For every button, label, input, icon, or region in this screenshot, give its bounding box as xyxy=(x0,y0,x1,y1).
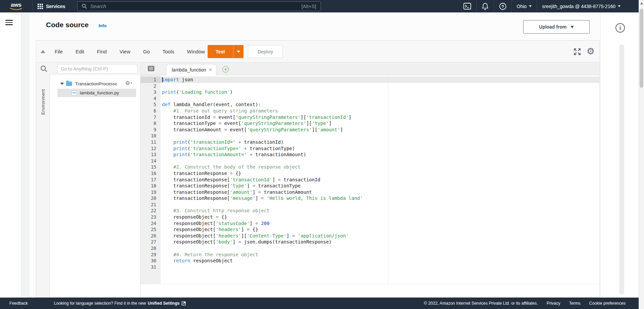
expander-down-icon[interactable] xyxy=(60,83,64,85)
line-number[interactable]: 18 xyxy=(141,183,161,189)
code-line-5[interactable]: def lambda_handler(event, context): xyxy=(161,101,599,108)
collapse-editor-icon[interactable] xyxy=(41,50,45,53)
menu-file[interactable]: File xyxy=(52,47,65,56)
menu-view[interactable]: View xyxy=(117,47,132,56)
line-number[interactable]: 28 xyxy=(141,245,161,252)
line-number-gutter[interactable]: 1234567891011121314151617181920212223242… xyxy=(141,75,161,284)
menu-edit[interactable]: Edit xyxy=(73,47,87,56)
footer-link-privacy[interactable]: Privacy xyxy=(547,301,560,306)
footer-link-terms[interactable]: Terms xyxy=(569,301,581,306)
line-number[interactable]: 4 xyxy=(141,95,161,102)
scrollbar-thumb[interactable] xyxy=(640,9,643,88)
line-number[interactable]: 11 xyxy=(141,139,161,145)
fullscreen-icon[interactable] xyxy=(573,48,581,56)
code-line-8[interactable]: transactionType = event['queryStringPara… xyxy=(161,120,599,127)
tab-close-icon[interactable]: × xyxy=(209,67,212,73)
line-number[interactable]: 26 xyxy=(141,233,161,239)
global-search[interactable]: [Alt+S] xyxy=(77,1,321,11)
menu-find[interactable]: Find xyxy=(95,47,109,56)
menu-go[interactable]: Go xyxy=(141,47,152,56)
test-button[interactable]: Test xyxy=(208,45,244,58)
tree-file-row-selected[interactable]: <> lambda_function.py xyxy=(57,89,136,97)
code-line-14[interactable] xyxy=(161,158,599,164)
code-text-area[interactable]: import jsonprint('Loading function')def … xyxy=(161,75,599,284)
code-line-20[interactable]: transactionResponse['message'] = 'Hello … xyxy=(161,195,599,202)
tree-folder-row[interactable]: TransactionProcessc ⚙ xyxy=(50,79,140,88)
code-line-30[interactable]: return responseObject xyxy=(161,258,599,264)
account-menu[interactable]: sreejith_gowda @ 4438-8775-2160 xyxy=(537,0,626,12)
line-number[interactable]: 29 xyxy=(141,252,161,258)
line-number[interactable]: 20 xyxy=(141,195,161,202)
code-line-17[interactable]: transactionResponse['transactionId'] = t… xyxy=(161,177,599,183)
code-line-27[interactable]: responseObject['body'] = json.dumps(tran… xyxy=(161,239,599,245)
line-number[interactable]: 23 xyxy=(141,214,161,220)
services-menu[interactable]: Services xyxy=(38,0,65,12)
line-number[interactable]: 27 xyxy=(141,239,161,245)
aws-logo[interactable]: aws xyxy=(9,2,23,11)
feedback-link[interactable]: Feedback xyxy=(9,301,28,306)
tab-list-icon[interactable] xyxy=(148,66,154,71)
test-dropdown-button[interactable] xyxy=(233,45,244,58)
cloudshell-button[interactable] xyxy=(458,0,476,12)
line-number[interactable]: 2 xyxy=(141,83,161,89)
scroll-up-arrow-icon[interactable] xyxy=(640,2,643,4)
code-line-24[interactable]: responseObject['statusCode'] = 200 xyxy=(161,220,599,227)
panel-scrollbar[interactable] xyxy=(619,44,624,295)
code-line-26[interactable]: responseObject['headers']['Content-Type'… xyxy=(161,233,599,239)
line-number[interactable]: 10 xyxy=(141,133,161,139)
line-number[interactable]: 24 xyxy=(141,220,161,227)
upload-from-button[interactable]: Upload from xyxy=(523,20,590,34)
open-menu-button[interactable] xyxy=(5,20,13,25)
line-number[interactable]: 25 xyxy=(141,226,161,233)
code-line-28[interactable] xyxy=(161,245,599,252)
new-tab-button[interactable]: + xyxy=(222,66,229,73)
code-line-1[interactable]: import json xyxy=(161,77,599,83)
environment-tab[interactable]: Environment xyxy=(41,89,46,115)
code-line-6[interactable]: #1. Parse out query string parameters xyxy=(161,108,599,114)
code-line-21[interactable] xyxy=(161,202,599,208)
line-number[interactable]: 7 xyxy=(141,114,161,121)
line-number[interactable]: 31 xyxy=(141,264,161,270)
line-number[interactable]: 19 xyxy=(141,189,161,195)
info-circle-icon[interactable]: i xyxy=(615,23,625,33)
code-line-7[interactable]: transactionId = event['queryStringParame… xyxy=(161,114,599,121)
code-line-29[interactable]: #4. Return the response object xyxy=(161,252,599,258)
code-line-15[interactable]: #2. Construct the body of the response o… xyxy=(161,164,599,170)
page-scrollbar[interactable] xyxy=(639,0,644,309)
line-number[interactable]: 17 xyxy=(141,177,161,183)
code-line-2[interactable] xyxy=(161,83,599,89)
code-line-16[interactable]: transactionResponse = {} xyxy=(161,170,599,177)
code-line-22[interactable]: #3. Construct http response object xyxy=(161,208,599,214)
footer-link-cookie-preferences[interactable]: Cookie preferences xyxy=(589,301,626,306)
line-number[interactable]: 8 xyxy=(141,120,161,127)
line-number[interactable]: 12 xyxy=(141,145,161,152)
menu-window[interactable]: Window xyxy=(185,47,207,56)
line-number[interactable]: 1 xyxy=(141,77,161,83)
code-line-23[interactable]: responseObject = {} xyxy=(161,214,599,220)
code-line-31[interactable] xyxy=(161,264,599,270)
code-line-10[interactable] xyxy=(161,133,599,139)
line-number[interactable]: 5 xyxy=(141,101,161,108)
line-number[interactable]: 21 xyxy=(141,202,161,208)
code-line-25[interactable]: responseObject['headers'] = {} xyxy=(161,226,599,233)
settings-gear-icon[interactable]: ⚙ xyxy=(587,47,595,56)
deploy-button[interactable]: Deploy xyxy=(248,45,283,58)
code-line-18[interactable]: transactionResponse['type'] = transactio… xyxy=(161,183,599,189)
line-number[interactable]: 6 xyxy=(141,108,161,114)
region-selector[interactable]: Ohio xyxy=(512,0,537,12)
line-number[interactable]: 30 xyxy=(141,258,161,264)
code-line-3[interactable]: print('Loading function') xyxy=(161,89,599,95)
line-number[interactable]: 13 xyxy=(141,151,161,158)
help-button[interactable]: ? xyxy=(494,0,512,12)
code-line-4[interactable] xyxy=(161,95,599,102)
tab-lambda-function[interactable]: lambda_function × xyxy=(166,64,216,75)
line-number[interactable]: 9 xyxy=(141,127,161,133)
code-line-11[interactable]: print('transactionId=' + transactionId) xyxy=(161,139,599,145)
search-icon[interactable] xyxy=(40,65,48,73)
unified-settings-link[interactable]: Unified Settings xyxy=(148,301,179,306)
line-number[interactable]: 22 xyxy=(141,208,161,214)
line-number[interactable]: 14 xyxy=(141,158,161,164)
code-line-13[interactable]: print('transactionAmount=' + transaction… xyxy=(161,151,599,158)
notifications-button[interactable] xyxy=(477,0,494,12)
info-link[interactable]: Info xyxy=(99,23,107,28)
